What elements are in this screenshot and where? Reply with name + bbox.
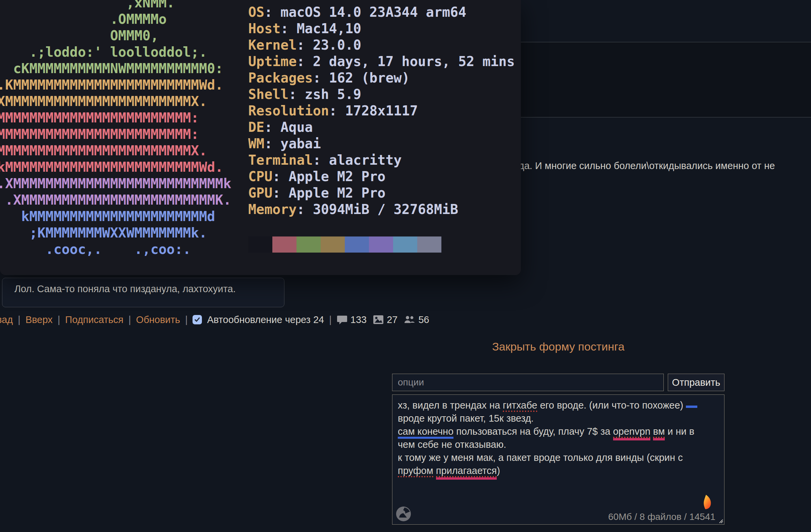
page: да. И многие сильно болели\откидывались …: [0, 0, 811, 532]
terminal-window[interactable]: ,xNMM. .OMMMMo OMMM0, .;loddo:' loollodd…: [0, 0, 521, 275]
background-textarea-box[interactable]: [517, 42, 811, 117]
ascii-art-row: ;KMMMMMMMWXXWMMMMMMMk.: [0, 225, 207, 241]
ascii-art-row: ;MMMMMMMMMMMMMMMMMMMMMMMM:: [0, 110, 199, 125]
ascii-art: ,xNMM. .OMMMMo OMMM0, .;loddo:' loollodd…: [0, 0, 231, 258]
message-segment: вроде крутой пакет, 15к звезд.: [398, 413, 534, 424]
comments-counter: 133: [337, 314, 367, 325]
nav-link-refresh[interactable]: Обновить: [136, 314, 180, 325]
thread-navbar: зад | Вверх | Подписаться | Обновить | А…: [0, 313, 429, 326]
options-input[interactable]: [392, 374, 664, 391]
spellcheck-word: гитхабе: [503, 400, 537, 412]
neofetch-line: Host: Mac14,10: [248, 20, 515, 37]
message-segment: и ни в: [665, 426, 694, 437]
autoupdate-checkbox[interactable]: [193, 315, 202, 324]
people-icon: [404, 315, 415, 324]
ascii-art-row: OMMM0,: [0, 28, 159, 43]
neofetch-line: Terminal: alacritty: [248, 152, 515, 168]
spellcheck-word: вм: [653, 426, 665, 438]
separator: |: [128, 314, 131, 325]
upload-limits-note: 60Мб / 8 файлов / 14541: [608, 512, 715, 522]
resize-handle[interactable]: [717, 518, 723, 523]
ascii-art-row: .OMMMMo: [0, 11, 167, 27]
post-bubble: Лол. Сама-то поняла что пизданула, лахто…: [2, 278, 285, 307]
message-segment: ): [497, 465, 500, 476]
palette-swatch: [417, 237, 441, 253]
message-segment: чем себе не отказываю.: [398, 439, 506, 450]
ascii-art-row: cKMMMMMMMMMMNWMMMMMMMMMM0:: [0, 61, 223, 76]
posters-count: 56: [418, 314, 429, 325]
color-palette: [248, 237, 441, 253]
separator: |: [185, 314, 188, 325]
message-segment: к тому же у меня мак, а пакет вроде толь…: [398, 452, 683, 463]
ascii-art-row: kMMMMMMMMMMMMMMMMMMMMMMMMWd.: [0, 159, 223, 175]
separator: |: [18, 314, 20, 325]
separator: |: [329, 314, 332, 325]
message-line: вроде крутой пакет, 15к звезд.: [398, 412, 719, 425]
image-icon: [373, 315, 384, 324]
message-line: пруфом прилагаается): [398, 464, 719, 477]
ascii-art-row: .cooc,. .,coo:.: [0, 242, 191, 257]
nav-link-subscribe[interactable]: Подписаться: [65, 314, 123, 325]
message-line: сам конечно пользоваться на буду, плачу …: [398, 425, 719, 438]
palette-swatch: [393, 237, 417, 253]
neofetch-line: WM: yabai: [248, 136, 515, 152]
palette-swatch: [369, 237, 393, 253]
spellcheck-word: openvpn: [613, 426, 651, 438]
neofetch-line: Packages: 162 (brew): [248, 70, 515, 86]
neofetch-line: Resolution: 1728x1117: [248, 103, 515, 119]
message-line: хз, видел в трендах на гитхабе его вроде…: [398, 399, 719, 412]
ascii-art-row: .MMMMMMMMMMMMMMMMMMMMMMMMX.: [0, 143, 207, 158]
nav-link-up[interactable]: Вверх: [26, 314, 53, 325]
message-line: чем себе не отказываю.: [398, 438, 719, 451]
ascii-art-row: .KMMMMMMMMMMMMMMMMMMMMMMMWd.: [0, 77, 223, 93]
neofetch-line: GPU: Apple M2 Pro: [248, 185, 515, 201]
check-icon: [194, 317, 200, 323]
palette-swatch: [345, 237, 369, 253]
comment-icon: [337, 315, 348, 325]
post-text: Лол. Сама-то поняла что пизданула, лахто…: [14, 284, 236, 294]
ascii-art-row: kMMMMMMMMMMMMMMMMMMMMMMd: [0, 209, 215, 224]
neofetch-line: OS: macOS 14.0 23A344 arm64: [248, 4, 515, 20]
ascii-art-row: XMMMMMMMMMMMMMMMMMMMMMMMX.: [0, 94, 207, 109]
flame-icon: [701, 495, 711, 510]
message-text: хз, видел в трендах на гитхабе его вроде…: [398, 399, 719, 477]
ascii-art-row: ,xNMM.: [0, 0, 175, 11]
spellcheck-word: прилагаается: [436, 465, 497, 477]
close-posting-form-link[interactable]: Закрыть форму постинга: [392, 340, 724, 353]
comments-count: 133: [351, 314, 367, 325]
ascii-art-row: :MMMMMMMMMMMMMMMMMMMMMMMM:: [0, 126, 199, 142]
message-segment: [433, 465, 436, 476]
palette-swatch: [248, 237, 272, 253]
ascii-art-row: .XMMMMMMMMMMMMMMMMMMMMMMMMMMk: [0, 176, 231, 191]
images-counter: 27: [373, 314, 397, 325]
message-segment: его вроде. (или что-то похожее): [537, 400, 683, 411]
text-cursor-mark: [686, 406, 697, 408]
message-segment: [651, 426, 653, 437]
palette-swatch: [321, 237, 345, 253]
separator: |: [58, 314, 60, 325]
nav-link-back[interactable]: зад: [0, 314, 13, 325]
autoupdate-label: Автообновление через 24: [207, 314, 324, 325]
spellcheck-word: пруфом: [398, 465, 433, 477]
message-segment: хз, видел в трендах на: [398, 400, 503, 411]
ascii-art-row: .XMMMMMMMMMMMMMMMMMMMMMMMMK.: [0, 192, 231, 208]
neofetch-line: DE: Aqua: [248, 119, 515, 136]
message-textarea[interactable]: хз, видел в трендах на гитхабе его вроде…: [392, 394, 724, 525]
palette-swatch: [272, 237, 296, 253]
neofetch-info: OS: macOS 14.0 23A344 arm64Host: Mac14,1…: [248, 4, 515, 218]
posters-counter: 56: [404, 314, 429, 325]
background-post-text: да. И многие сильно болели\откидывались …: [519, 160, 811, 171]
neofetch-line: Shell: zsh 5.9: [248, 86, 515, 103]
ascii-art-row: .;loddo:' loolloddol;.: [0, 44, 207, 60]
message-line: к тому же у меня мак, а пакет вроде толь…: [398, 451, 719, 464]
submit-button[interactable]: Отправить: [668, 374, 724, 391]
watermark-drop-icon: [396, 506, 411, 521]
spellcheck-word: сам конечно: [398, 426, 454, 437]
palette-swatch: [296, 237, 321, 253]
neofetch-line: Uptime: 2 days, 17 hours, 52 mins: [248, 53, 515, 70]
neofetch-line: Kernel: 23.0.0: [248, 37, 515, 53]
images-count: 27: [387, 314, 397, 325]
neofetch-line: Memory: 3094MiB / 32768MiB: [248, 201, 515, 218]
neofetch-line: CPU: Apple M2 Pro: [248, 168, 515, 185]
message-segment: пользоваться на буду, плачу 7$ за: [454, 426, 613, 437]
